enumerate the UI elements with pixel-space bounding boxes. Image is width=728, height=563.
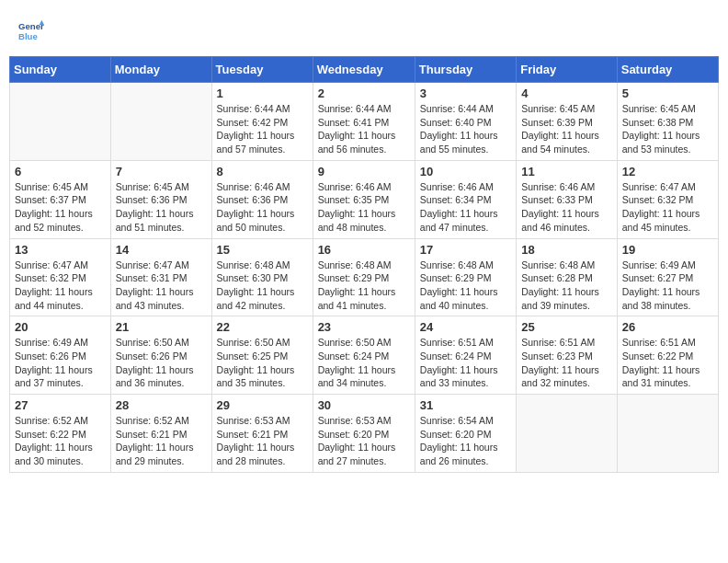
day-info: Sunrise: 6:46 AMSunset: 6:36 PMDaylight:… <box>217 180 308 235</box>
calendar-cell: 5Sunrise: 6:45 AMSunset: 6:38 PMDaylight… <box>617 83 718 161</box>
calendar-cell: 19Sunrise: 6:49 AMSunset: 6:27 PMDayligh… <box>617 238 718 316</box>
day-info: Sunrise: 6:46 AMSunset: 6:34 PMDaylight:… <box>420 180 511 235</box>
calendar-week-5: 27Sunrise: 6:52 AMSunset: 6:22 PMDayligh… <box>10 395 719 473</box>
svg-text:Blue: Blue <box>18 31 38 41</box>
calendar-cell: 8Sunrise: 6:46 AMSunset: 6:36 PMDaylight… <box>211 160 313 238</box>
day-number: 6 <box>15 165 106 178</box>
calendar-header-friday: Friday <box>517 57 618 83</box>
day-info: Sunrise: 6:53 AMSunset: 6:21 PMDaylight:… <box>217 414 308 468</box>
calendar-cell: 22Sunrise: 6:50 AMSunset: 6:25 PMDayligh… <box>211 316 313 395</box>
day-info: Sunrise: 6:45 AMSunset: 6:38 PMDaylight:… <box>622 102 713 156</box>
calendar-cell: 24Sunrise: 6:51 AMSunset: 6:24 PMDayligh… <box>415 316 516 395</box>
day-info: Sunrise: 6:49 AMSunset: 6:26 PMDaylight:… <box>15 336 106 390</box>
day-number: 27 <box>15 398 106 412</box>
calendar-header-wednesday: Wednesday <box>313 57 415 83</box>
calendar-cell: 28Sunrise: 6:52 AMSunset: 6:21 PMDayligh… <box>110 395 211 473</box>
calendar-cell: 30Sunrise: 6:53 AMSunset: 6:20 PMDayligh… <box>313 395 415 473</box>
calendar-header-tuesday: Tuesday <box>211 57 313 83</box>
day-number: 11 <box>521 165 612 178</box>
day-number: 4 <box>521 86 612 100</box>
svg-text:General: General <box>18 21 44 31</box>
day-info: Sunrise: 6:46 AMSunset: 6:33 PMDaylight:… <box>521 180 612 235</box>
day-info: Sunrise: 6:48 AMSunset: 6:28 PMDaylight:… <box>521 259 612 313</box>
calendar-cell: 1Sunrise: 6:44 AMSunset: 6:42 PMDaylight… <box>211 83 313 161</box>
day-info: Sunrise: 6:52 AMSunset: 6:22 PMDaylight:… <box>15 414 106 468</box>
day-number: 16 <box>318 243 410 257</box>
day-info: Sunrise: 6:52 AMSunset: 6:21 PMDaylight:… <box>116 414 207 468</box>
day-info: Sunrise: 6:48 AMSunset: 6:30 PMDaylight:… <box>217 259 308 313</box>
day-info: Sunrise: 6:48 AMSunset: 6:29 PMDaylight:… <box>318 259 410 313</box>
day-info: Sunrise: 6:45 AMSunset: 6:39 PMDaylight:… <box>521 102 612 156</box>
calendar-week-2: 6Sunrise: 6:45 AMSunset: 6:37 PMDaylight… <box>10 160 719 238</box>
day-info: Sunrise: 6:44 AMSunset: 6:40 PMDaylight:… <box>420 102 511 156</box>
day-number: 19 <box>622 243 713 257</box>
day-number: 22 <box>217 320 308 334</box>
day-number: 9 <box>318 165 410 178</box>
day-info: Sunrise: 6:47 AMSunset: 6:31 PMDaylight:… <box>116 259 207 313</box>
day-number: 20 <box>15 320 106 334</box>
day-number: 18 <box>521 243 612 257</box>
day-info: Sunrise: 6:53 AMSunset: 6:20 PMDaylight:… <box>318 414 410 468</box>
calendar-week-1: 1Sunrise: 6:44 AMSunset: 6:42 PMDaylight… <box>10 83 719 161</box>
day-number: 14 <box>116 243 207 257</box>
day-info: Sunrise: 6:48 AMSunset: 6:29 PMDaylight:… <box>420 259 511 313</box>
day-number: 7 <box>116 165 207 178</box>
day-info: Sunrise: 6:51 AMSunset: 6:23 PMDaylight:… <box>521 336 612 390</box>
calendar-cell: 3Sunrise: 6:44 AMSunset: 6:40 PMDaylight… <box>415 83 516 161</box>
logo-icon: General Blue <box>18 18 44 44</box>
calendar-cell: 10Sunrise: 6:46 AMSunset: 6:34 PMDayligh… <box>415 160 516 238</box>
calendar-cell: 23Sunrise: 6:50 AMSunset: 6:24 PMDayligh… <box>313 316 415 395</box>
day-info: Sunrise: 6:50 AMSunset: 6:25 PMDaylight:… <box>217 336 308 390</box>
day-number: 5 <box>622 86 713 100</box>
day-number: 17 <box>420 243 511 257</box>
calendar-cell: 6Sunrise: 6:45 AMSunset: 6:37 PMDaylight… <box>10 160 111 238</box>
day-number: 25 <box>521 320 612 334</box>
calendar-cell: 17Sunrise: 6:48 AMSunset: 6:29 PMDayligh… <box>415 238 516 316</box>
calendar-cell: 7Sunrise: 6:45 AMSunset: 6:36 PMDaylight… <box>110 160 211 238</box>
day-info: Sunrise: 6:47 AMSunset: 6:32 PMDaylight:… <box>622 180 713 235</box>
calendar-cell: 4Sunrise: 6:45 AMSunset: 6:39 PMDaylight… <box>517 83 618 161</box>
day-info: Sunrise: 6:50 AMSunset: 6:26 PMDaylight:… <box>116 336 207 390</box>
calendar-header-saturday: Saturday <box>617 57 718 83</box>
calendar-header-thursday: Thursday <box>415 57 516 83</box>
calendar-cell: 31Sunrise: 6:54 AMSunset: 6:20 PMDayligh… <box>415 395 516 473</box>
day-info: Sunrise: 6:45 AMSunset: 6:37 PMDaylight:… <box>15 180 106 235</box>
day-info: Sunrise: 6:44 AMSunset: 6:41 PMDaylight:… <box>318 102 410 156</box>
day-number: 24 <box>420 320 511 334</box>
day-number: 29 <box>217 398 308 412</box>
day-number: 26 <box>622 320 713 334</box>
calendar-cell: 26Sunrise: 6:51 AMSunset: 6:22 PMDayligh… <box>617 316 718 395</box>
day-info: Sunrise: 6:51 AMSunset: 6:24 PMDaylight:… <box>420 336 511 390</box>
calendar-cell: 12Sunrise: 6:47 AMSunset: 6:32 PMDayligh… <box>617 160 718 238</box>
day-number: 23 <box>318 320 410 334</box>
day-info: Sunrise: 6:51 AMSunset: 6:22 PMDaylight:… <box>622 336 713 390</box>
calendar-header-monday: Monday <box>110 57 211 83</box>
page-header: General Blue <box>9 9 719 49</box>
day-info: Sunrise: 6:49 AMSunset: 6:27 PMDaylight:… <box>622 259 713 313</box>
day-number: 15 <box>217 243 308 257</box>
day-number: 13 <box>15 243 106 257</box>
day-number: 28 <box>116 398 207 412</box>
calendar-week-3: 13Sunrise: 6:47 AMSunset: 6:32 PMDayligh… <box>10 238 719 316</box>
logo: General Blue <box>18 18 44 44</box>
calendar-cell: 11Sunrise: 6:46 AMSunset: 6:33 PMDayligh… <box>517 160 618 238</box>
day-number: 8 <box>217 165 308 178</box>
calendar-cell: 21Sunrise: 6:50 AMSunset: 6:26 PMDayligh… <box>110 316 211 395</box>
day-info: Sunrise: 6:54 AMSunset: 6:20 PMDaylight:… <box>420 414 511 468</box>
calendar-cell: 29Sunrise: 6:53 AMSunset: 6:21 PMDayligh… <box>211 395 313 473</box>
calendar-header-sunday: Sunday <box>10 57 111 83</box>
day-info: Sunrise: 6:45 AMSunset: 6:36 PMDaylight:… <box>116 180 207 235</box>
calendar-cell: 2Sunrise: 6:44 AMSunset: 6:41 PMDaylight… <box>313 83 415 161</box>
day-number: 21 <box>116 320 207 334</box>
calendar-cell <box>617 395 718 473</box>
calendar-cell: 20Sunrise: 6:49 AMSunset: 6:26 PMDayligh… <box>10 316 111 395</box>
calendar-cell: 25Sunrise: 6:51 AMSunset: 6:23 PMDayligh… <box>517 316 618 395</box>
day-number: 30 <box>318 398 410 412</box>
calendar-cell <box>110 83 211 161</box>
day-number: 1 <box>217 86 308 100</box>
calendar-cell: 18Sunrise: 6:48 AMSunset: 6:28 PMDayligh… <box>517 238 618 316</box>
calendar-cell: 15Sunrise: 6:48 AMSunset: 6:30 PMDayligh… <box>211 238 313 316</box>
calendar-cell: 14Sunrise: 6:47 AMSunset: 6:31 PMDayligh… <box>110 238 211 316</box>
day-number: 2 <box>318 86 410 100</box>
calendar-header-row: SundayMondayTuesdayWednesdayThursdayFrid… <box>10 57 719 83</box>
